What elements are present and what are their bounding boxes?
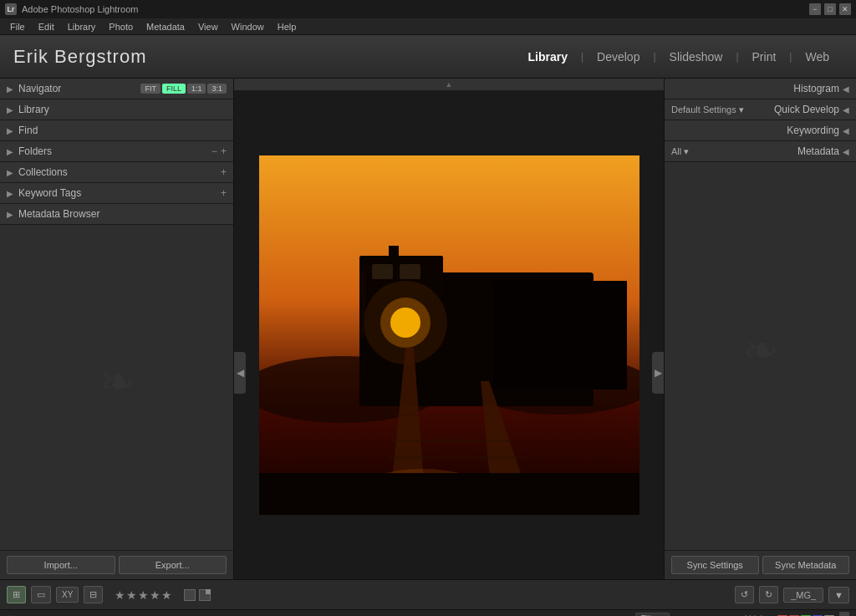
svg-rect-15	[389, 456, 527, 459]
flag-square-dot	[199, 589, 211, 601]
rating-stars[interactable]: ★ ★ ★ ★ ★	[115, 588, 172, 602]
metadata-header[interactable]: All ▾ Metadata ◀	[665, 141, 856, 161]
rotate-right-button[interactable]: ↻	[759, 586, 778, 603]
main-image-view[interactable]	[234, 90, 664, 579]
keywording-arrow: ◀	[843, 126, 849, 135]
menu-help[interactable]: Help	[271, 22, 303, 32]
export-button[interactable]: Export...	[119, 556, 227, 574]
keywording-label: Keywording	[787, 125, 839, 136]
library-arrow: ▶	[7, 105, 13, 115]
view-loupe-button[interactable]: ▭	[31, 586, 51, 603]
svg-rect-21	[389, 246, 399, 257]
status-filters: ▶▶ Filters ⊞ ⚑	[619, 613, 688, 616]
view-grid-button[interactable]: ⊞	[7, 586, 26, 603]
tab-print[interactable]: Print	[739, 50, 790, 64]
star-2[interactable]: ★	[126, 588, 137, 602]
keyword-tags-label: Keyword Tags	[18, 187, 221, 199]
menu-edit[interactable]: Edit	[32, 22, 61, 32]
close-button[interactable]: ✕	[839, 3, 851, 15]
menu-library[interactable]: Library	[61, 22, 103, 32]
collections-controls: +	[221, 166, 227, 178]
menu-window[interactable]: Window	[225, 22, 271, 32]
nav-prev-button[interactable]: ◀	[28, 613, 36, 617]
menu-metadata[interactable]: Metadata	[140, 22, 191, 32]
top-panel-toggle[interactable]: ▲	[234, 79, 664, 90]
svg-rect-16	[391, 440, 512, 442]
quick-develop-preset[interactable]: Default Settings ▾	[671, 104, 774, 115]
star-3[interactable]: ★	[138, 588, 149, 602]
toolbar: ⊞ ▭ XY ⊟ ★ ★ ★ ★ ★ ↺ ↻ _MG_ ▼	[0, 579, 856, 609]
svg-rect-9	[372, 264, 393, 279]
library-panel-header[interactable]: ▶ Library	[0, 99, 233, 120]
menu-file[interactable]: File	[3, 22, 32, 32]
star-1[interactable]: ★	[115, 588, 125, 602]
metadata-browser-header[interactable]: ▶ Metadata Browser	[0, 204, 233, 224]
app-title: Adobe Photoshop Lightroom	[22, 4, 809, 14]
compare-icon: XY	[62, 590, 73, 599]
titlebar: Lr Adobe Photoshop Lightroom − □ ✕	[0, 0, 856, 18]
nav-back-button[interactable]: ◁	[19, 613, 27, 617]
metadata-browser-label: Metadata Browser	[18, 208, 227, 220]
keywording-section: Keywording ◀	[665, 120, 856, 141]
tab-slideshow[interactable]: Slideshow	[656, 50, 736, 64]
status-nav: ⊞ ◁ ◀ ▶ ▷	[7, 613, 54, 617]
keywording-header[interactable]: Keywording ◀	[665, 120, 856, 140]
navigator-label: Navigator	[18, 83, 140, 94]
import-button[interactable]: Import...	[7, 556, 115, 574]
metadata-arrow: ◀	[843, 147, 849, 156]
view-survey-button[interactable]: ⊟	[84, 586, 103, 603]
star-4[interactable]: ★	[150, 588, 160, 602]
menu-photo[interactable]: Photo	[102, 22, 140, 32]
sync-metadata-button[interactable]: Sync Metadata	[762, 556, 850, 574]
rotate-left-button[interactable]: ↺	[735, 586, 754, 603]
grid-icon: ⊞	[13, 589, 20, 600]
collections-plus[interactable]: +	[221, 166, 227, 178]
main-area: ▶ Navigator FIT FILL 1:1 3:1 ▶ Library ▶…	[0, 79, 856, 579]
nav-fwd-button[interactable]: ▷	[47, 613, 54, 617]
keyword-tags-controls: +	[221, 187, 227, 199]
find-section: ▶ Find	[0, 120, 233, 141]
metadata-filter[interactable]: All ▾	[671, 146, 797, 157]
statusbar: ⊞ ◁ ◀ ▶ ▷ Folders / 05-18-06 Natick NE /…	[0, 609, 856, 616]
fit-button[interactable]: FIT	[140, 84, 160, 94]
folders-header[interactable]: ▶ Folders − +	[0, 141, 233, 161]
filmstrip-toggle[interactable]	[839, 612, 849, 617]
filename-badge[interactable]: _MG_	[783, 588, 823, 603]
histogram-header[interactable]: Histogram ◀	[665, 79, 856, 99]
keyword-tags-header[interactable]: ▶ Keyword Tags +	[0, 183, 233, 203]
left-panel-collapse[interactable]: ◀	[234, 352, 246, 394]
navigator-header[interactable]: ▶ Navigator FIT FILL 1:1 3:1	[0, 79, 233, 99]
histogram-label: Histogram	[793, 83, 839, 94]
svg-text:❧: ❧	[99, 359, 135, 405]
star-5[interactable]: ★	[161, 588, 172, 602]
tab-library[interactable]: Library	[514, 50, 580, 64]
keyword-tags-plus[interactable]: +	[221, 187, 227, 199]
folders-plus[interactable]: +	[221, 145, 227, 157]
folders-minus[interactable]: −	[211, 145, 217, 157]
minimize-button[interactable]: −	[809, 3, 821, 15]
menu-view[interactable]: View	[191, 22, 225, 32]
left-panel-logo: ❧	[0, 225, 233, 550]
filters-label[interactable]: Filters	[635, 613, 670, 616]
metadata-browser-section: ▶ Metadata Browser	[0, 204, 233, 225]
view-compare-button[interactable]: XY	[56, 587, 79, 603]
collections-header[interactable]: ▶ Collections +	[0, 162, 233, 182]
find-header[interactable]: ▶ Find	[0, 120, 233, 140]
sync-settings-button[interactable]: Sync Settings	[671, 556, 759, 574]
svg-text:❧: ❧	[743, 327, 778, 374]
quick-develop-header[interactable]: Default Settings ▾ Quick Develop ◀	[665, 99, 856, 120]
tab-web[interactable]: Web	[792, 50, 843, 64]
folders-section: ▶ Folders − +	[0, 141, 233, 162]
tab-develop[interactable]: Develop	[583, 50, 653, 64]
folders-arrow: ▶	[7, 147, 13, 156]
3-1-button[interactable]: 3:1	[207, 84, 227, 94]
histogram-arrow: ◀	[843, 84, 849, 94]
collections-section: ▶ Collections +	[0, 162, 233, 183]
fill-button[interactable]: FILL	[162, 84, 186, 94]
right-panel-collapse[interactable]: ▶	[652, 352, 664, 394]
filename-dropdown[interactable]: ▼	[828, 587, 849, 603]
maximize-button[interactable]: □	[824, 3, 836, 15]
svg-rect-11	[493, 281, 627, 389]
1-1-button[interactable]: 1:1	[187, 84, 206, 94]
nav-next-button[interactable]: ▶	[38, 613, 45, 617]
